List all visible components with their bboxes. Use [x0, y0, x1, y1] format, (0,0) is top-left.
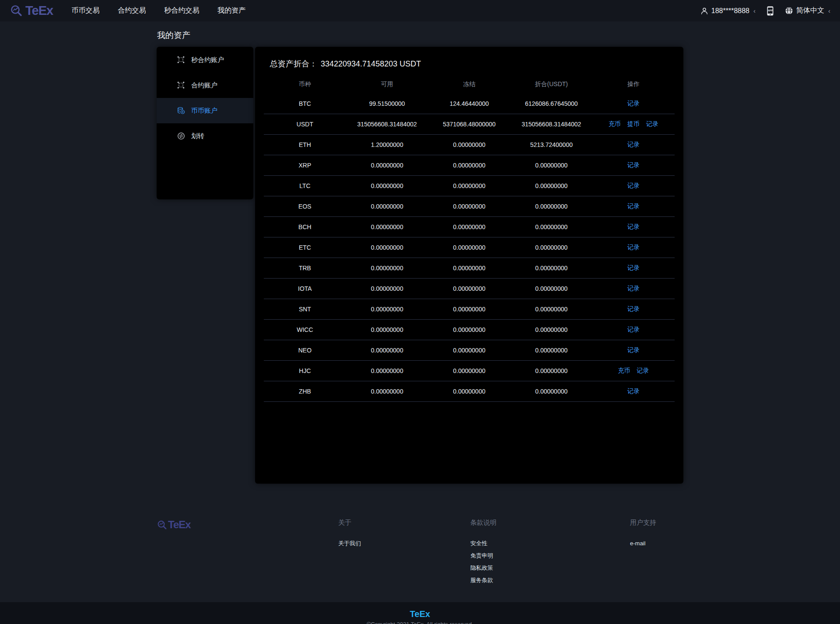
records-link[interactable]: 记录	[627, 161, 640, 169]
footer-link[interactable]: 隐私政策	[470, 562, 630, 574]
user-phone: 188****8888	[711, 7, 749, 15]
converted-value: 0.00000000	[510, 223, 592, 230]
sidebar-item-3[interactable]: 币币账户	[157, 98, 253, 123]
frozen-value: 124.46440000	[428, 100, 511, 107]
converted-value: 0.00000000	[510, 244, 592, 251]
frozen-value: 0.00000000	[428, 306, 511, 313]
records-link[interactable]: 记录	[627, 223, 640, 231]
table-row: LTC0.000000000.000000000.00000000记录	[264, 176, 675, 196]
converted-value: 0.00000000	[510, 162, 592, 169]
table-row: XRP0.000000000.000000000.00000000记录	[264, 155, 675, 176]
available-value: 315056608.31484002	[346, 121, 428, 128]
records-link[interactable]: 记录	[646, 120, 658, 128]
actions-cell: 记录	[592, 285, 675, 293]
available-value: 99.51500000	[346, 100, 428, 107]
records-link[interactable]: 记录	[627, 141, 640, 149]
column-header: 可用	[346, 80, 428, 88]
total-assets-value: 334220934.71458203 USDT	[321, 59, 421, 68]
available-value: 0.00000000	[346, 162, 428, 169]
nav-item-2[interactable]: 合约交易	[118, 6, 146, 15]
actions-cell: 记录	[592, 202, 675, 210]
bottom-brand: TeEx	[410, 609, 430, 619]
records-link[interactable]: 记录	[637, 367, 649, 375]
records-link[interactable]: 记录	[627, 264, 640, 272]
frozen-value: 0.00000000	[428, 162, 511, 169]
footer-link[interactable]: e-mail	[630, 537, 683, 550]
records-link[interactable]: 记录	[627, 387, 640, 395]
footer-link[interactable]: 安全性	[470, 537, 630, 550]
available-value: 0.00000000	[346, 306, 428, 313]
records-link[interactable]: 记录	[627, 326, 640, 334]
nav-item-4[interactable]: 我的资产	[217, 6, 245, 15]
available-value: 0.00000000	[346, 347, 428, 354]
deposit-link[interactable]: 充币	[618, 367, 630, 375]
magnifier-chart-icon	[157, 519, 168, 531]
actions-cell: 记录	[592, 161, 675, 169]
records-link[interactable]: 记录	[627, 244, 640, 251]
coins-icon	[177, 107, 185, 115]
page-title: 我的资产	[157, 30, 683, 41]
table-row: BTC99.51500000124.464400006126086.676450…	[264, 94, 675, 114]
coin-name: ETC	[264, 244, 346, 251]
available-value: 0.00000000	[346, 388, 428, 395]
sidebar-item-2[interactable]: 合约账户	[157, 73, 253, 98]
converted-value: 0.00000000	[510, 306, 592, 313]
table-row: TRB0.000000000.000000000.00000000记录	[264, 258, 675, 279]
records-link[interactable]: 记录	[627, 182, 640, 190]
actions-cell: 记录	[592, 182, 675, 190]
nav-item-3[interactable]: 秒合约交易	[164, 6, 199, 15]
table-row: ETC0.000000000.000000000.00000000记录	[264, 237, 675, 258]
globe-icon	[785, 7, 793, 15]
frozen-value: 5371068.48000000	[428, 121, 511, 128]
footer-column-1: 关于关于我们	[338, 519, 470, 586]
footer-logo[interactable]: TeEx	[157, 519, 338, 586]
available-value: 0.00000000	[346, 265, 428, 272]
footer-link[interactable]: 服务条款	[470, 574, 630, 586]
column-header: 币种	[264, 80, 346, 88]
coin-name: XRP	[264, 162, 346, 169]
records-link[interactable]: 记录	[627, 202, 640, 210]
frozen-value: 0.00000000	[428, 326, 511, 333]
actions-cell: 记录	[592, 100, 675, 108]
app-download-button[interactable]: APP	[766, 6, 774, 16]
coin-name: BCH	[264, 223, 346, 230]
table-row: HJC0.000000000.000000000.00000000充币记录	[264, 361, 675, 381]
sidebar-item-1[interactable]: 秒合约账户	[157, 47, 253, 73]
deposit-link[interactable]: 充币	[609, 120, 621, 128]
nav-item-1[interactable]: 币币交易	[71, 6, 99, 15]
footer-column-title: 关于	[338, 519, 470, 527]
coin-name: ETH	[264, 141, 346, 148]
records-link[interactable]: 记录	[627, 285, 640, 293]
actions-cell: 记录	[592, 264, 675, 272]
table-row: NEO0.000000000.000000000.00000000记录	[264, 340, 675, 361]
converted-value: 0.00000000	[510, 388, 592, 395]
navbar-right: 188****8888 ‹ APP	[700, 6, 830, 16]
records-link[interactable]: 记录	[627, 346, 640, 354]
app-logo[interactable]: TeEx	[10, 3, 53, 18]
footer-link[interactable]: 免责申明	[470, 550, 630, 562]
sidebar-item-4[interactable]: 划转	[157, 123, 253, 149]
records-link[interactable]: 记录	[627, 305, 640, 313]
converted-value: 5213.72400000	[510, 141, 592, 148]
user-account-menu[interactable]: 188****8888 ‹	[700, 7, 756, 15]
frozen-value: 0.00000000	[428, 182, 511, 189]
sidebar-item-label: 合约账户	[191, 81, 217, 90]
converted-value: 0.00000000	[510, 285, 592, 292]
available-value: 0.00000000	[346, 367, 428, 374]
table-row: EOS0.000000000.000000000.00000000记录	[264, 196, 675, 217]
coin-name: LTC	[264, 182, 346, 189]
language-selector[interactable]: 简体中文 ‹	[785, 6, 830, 15]
frozen-value: 0.00000000	[428, 285, 511, 292]
actions-cell: 充币提币记录	[592, 120, 675, 128]
withdraw-link[interactable]: 提币	[627, 120, 640, 128]
frozen-value: 0.00000000	[428, 347, 511, 354]
actions-cell: 充币记录	[592, 367, 675, 375]
footer-column-title: 用户支持	[630, 519, 683, 527]
sidebar-item-label: 秒合约账户	[191, 56, 224, 64]
column-header: 冻结	[428, 80, 511, 88]
converted-value: 0.00000000	[510, 326, 592, 333]
records-link[interactable]: 记录	[627, 100, 640, 108]
language-label: 简体中文	[796, 6, 824, 15]
available-value: 0.00000000	[346, 182, 428, 189]
footer-link[interactable]: 关于我们	[338, 537, 470, 550]
